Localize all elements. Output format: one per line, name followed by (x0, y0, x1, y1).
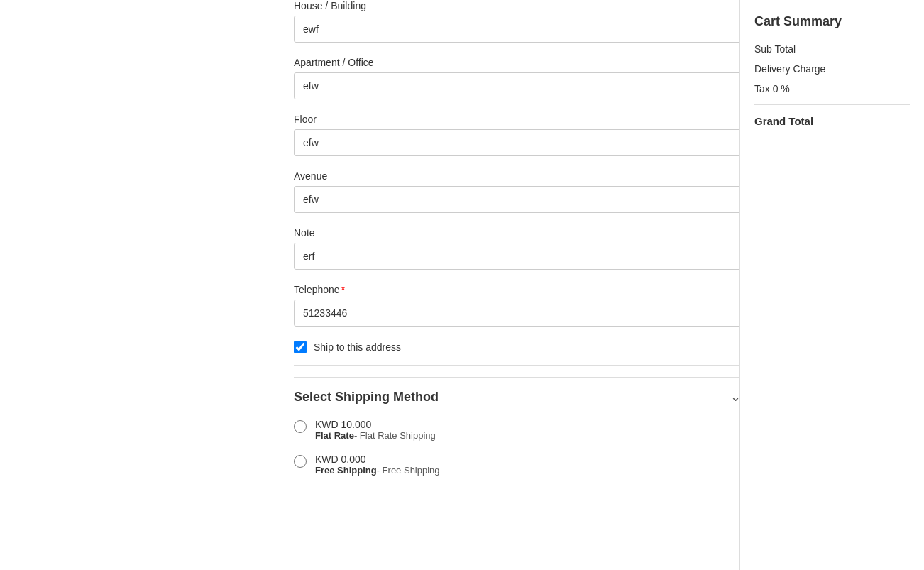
cart-summary-title: Cart Summary (754, 14, 910, 29)
telephone-label: Telephone* (294, 284, 741, 295)
section-divider (294, 365, 741, 366)
shipping-option-free-shipping: KWD 0.000 Free Shipping- Free Shipping (294, 454, 741, 476)
house-building-group: House / Building (294, 0, 741, 43)
cart-summary-divider (754, 104, 910, 105)
free-shipping-price: KWD 0.000 (315, 454, 440, 465)
shipping-option-free-shipping-details: KWD 0.000 Free Shipping- Free Shipping (315, 454, 440, 476)
note-label: Note (294, 227, 741, 239)
free-shipping-name: Free Shipping- Free Shipping (315, 465, 440, 476)
apartment-office-label: Apartment / Office (294, 57, 741, 68)
cart-summary-grand-total-row: Grand Total (754, 115, 910, 127)
cart-summary-tax-row: Tax 0 % (754, 83, 910, 94)
delivery-charge-label: Delivery Charge (754, 63, 825, 75)
telephone-group: Telephone* (294, 284, 741, 327)
note-input[interactable] (294, 243, 741, 270)
avenue-group: Avenue (294, 170, 741, 213)
telephone-input[interactable] (294, 300, 741, 327)
floor-label: Floor (294, 114, 741, 125)
flat-rate-price: KWD 10.000 (315, 419, 436, 430)
house-building-label: House / Building (294, 0, 741, 11)
note-group: Note (294, 227, 741, 270)
flat-rate-name: Flat Rate- Flat Rate Shipping (315, 430, 436, 441)
cart-summary-delivery-row: Delivery Charge (754, 63, 910, 75)
avenue-input[interactable] (294, 186, 741, 213)
ship-to-address-checkbox[interactable] (294, 341, 307, 353)
cart-summary-subtotal-row: Sub Total (754, 43, 910, 55)
tax-label: Tax 0 % (754, 83, 790, 94)
avenue-label: Avenue (294, 170, 741, 182)
page-container: House / Building Apartment / Office Floo… (0, 0, 924, 570)
shipping-option-flat-rate: KWD 10.000 Flat Rate- Flat Rate Shipping (294, 419, 741, 441)
shipping-header: Select Shipping Method ⌄ (294, 389, 741, 405)
form-section: House / Building Apartment / Office Floo… (294, 0, 741, 476)
shipping-radio-free-shipping[interactable] (294, 455, 307, 468)
subtotal-label: Sub Total (754, 43, 796, 55)
shipping-radio-flat-rate[interactable] (294, 420, 307, 433)
shipping-title: Select Shipping Method (294, 390, 439, 405)
house-building-input[interactable] (294, 16, 741, 43)
telephone-required-star: * (341, 284, 345, 295)
shipping-section: Select Shipping Method ⌄ KWD 10.000 Flat… (294, 377, 741, 476)
shipping-option-flat-rate-details: KWD 10.000 Flat Rate- Flat Rate Shipping (315, 419, 436, 441)
cart-summary-sidebar: Cart Summary Sub Total Delivery Charge T… (739, 0, 924, 570)
floor-input[interactable] (294, 129, 741, 156)
apartment-office-group: Apartment / Office (294, 57, 741, 99)
grand-total-label: Grand Total (754, 115, 813, 127)
apartment-office-input[interactable] (294, 72, 741, 99)
floor-group: Floor (294, 114, 741, 156)
ship-to-address-label: Ship to this address (314, 341, 401, 353)
ship-to-address-row: Ship to this address (294, 341, 741, 353)
